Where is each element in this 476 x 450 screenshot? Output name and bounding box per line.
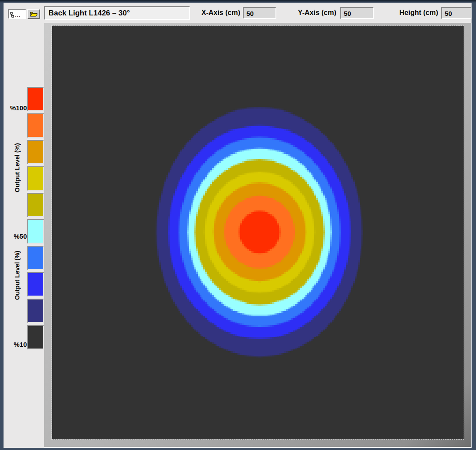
color-swatch-level-80: [27, 140, 44, 164]
light-model-value: Back Light L1426 – 30°: [48, 9, 130, 18]
x-axis-label: X-Axis (cm): [194, 9, 240, 17]
open-folder-icon: [30, 11, 38, 17]
color-swatch-level-50: [27, 219, 44, 244]
color-swatch-level-40: [27, 246, 44, 270]
height-label: Height (cm): [390, 9, 438, 17]
color-swatch-level-70: [27, 166, 44, 191]
path-control[interactable]: ...: [8, 9, 26, 19]
legend-axis-label-lower: Output Level (%): [14, 244, 22, 306]
legend-tick-100: %100: [4, 104, 27, 112]
application-window: ... Back Light L1426 – 30° X-Axis (cm) 5…: [0, 0, 476, 450]
output-level-legend: %100 %50 %10 Output Level (%) Output Lev…: [4, 23, 44, 448]
plot-area: [52, 26, 464, 439]
path-control-text: ...: [15, 13, 21, 18]
plot-frame: [44, 23, 472, 448]
front-panel: ... Back Light L1426 – 30° X-Axis (cm) 5…: [4, 3, 472, 448]
color-swatch-level-20: [27, 299, 44, 323]
legend-tick-50: %50: [4, 232, 27, 240]
light-model-selector[interactable]: Back Light L1426 – 30°: [44, 6, 190, 20]
x-axis-input[interactable]: 50: [243, 7, 276, 19]
path-hierarchy-icon: [10, 12, 14, 18]
open-file-button[interactable]: [27, 9, 40, 19]
y-axis-label: Y-Axis (cm): [290, 9, 336, 17]
color-swatch-level-90: [27, 113, 44, 138]
color-swatch-level-60: [27, 193, 44, 217]
height-input[interactable]: 50: [441, 7, 472, 19]
color-swatch-level-100: [27, 87, 44, 111]
intensity-plot: [52, 26, 464, 439]
color-scale: [27, 87, 44, 352]
color-swatch-level-30: [27, 272, 44, 296]
legend-tick-10: %10: [4, 341, 27, 348]
color-swatch-level-10: [27, 325, 44, 349]
y-axis-input[interactable]: 50: [340, 7, 374, 19]
legend-axis-label-upper: Output Level (%): [14, 137, 22, 199]
